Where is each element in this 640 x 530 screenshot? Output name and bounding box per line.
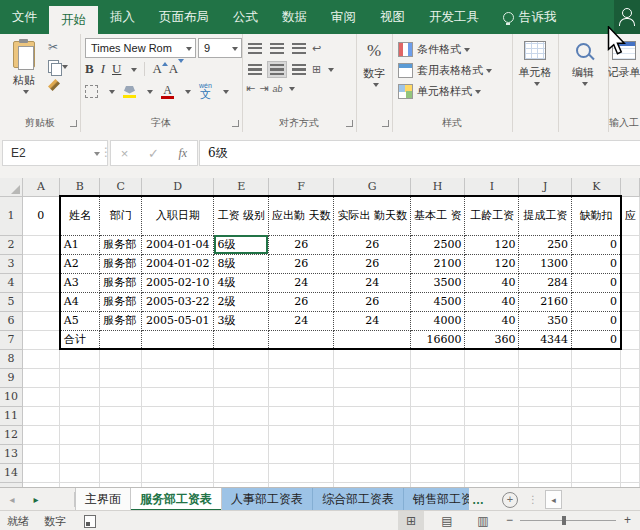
insert-function-icon[interactable]: fx — [179, 146, 188, 161]
cell-C8[interactable] — [100, 349, 142, 368]
cell-K6[interactable]: 0 — [572, 311, 621, 330]
cell-D4[interactable]: 2005-02-10 — [142, 273, 214, 292]
cell-K3[interactable]: 0 — [572, 254, 621, 273]
cell-L5[interactable] — [621, 292, 640, 311]
cell-F3[interactable]: 26 — [268, 254, 334, 273]
cell-F4[interactable]: 24 — [268, 273, 334, 292]
column-header-J[interactable]: J — [519, 178, 572, 196]
ribbon-tab-10[interactable]: 告诉我 — [491, 0, 569, 34]
cell-H9[interactable] — [410, 368, 465, 387]
cell-D2[interactable]: 2004-01-04 — [142, 235, 214, 254]
cell-E6[interactable]: 3级 — [214, 311, 269, 330]
view-normal-button[interactable]: ⊞ — [398, 511, 424, 530]
sheet-tab-4[interactable]: 综合部工资表 — [313, 488, 404, 511]
cell-E1[interactable]: 工资 级别 — [214, 196, 269, 235]
row-header-3[interactable]: 3 — [0, 254, 22, 273]
cell-E5[interactable]: 2级 — [214, 292, 269, 311]
cell-K2[interactable]: 0 — [572, 235, 621, 254]
cell-I12[interactable] — [465, 425, 519, 444]
cell-L4[interactable] — [621, 273, 640, 292]
cell-L2[interactable] — [621, 235, 640, 254]
cell-A2[interactable] — [22, 235, 59, 254]
cell-K13[interactable] — [572, 444, 621, 463]
cell-K7[interactable]: 0 — [572, 330, 621, 349]
cell-H1[interactable]: 基本工 资 — [410, 196, 465, 235]
align-left-button[interactable] — [246, 62, 264, 77]
row-header-10[interactable]: 10 — [0, 387, 22, 406]
font-size-combo[interactable]: 9 — [198, 38, 242, 58]
cell-H3[interactable]: 2100 — [410, 254, 465, 273]
cell-B3[interactable]: A2 — [60, 254, 100, 273]
cell-E10[interactable] — [214, 387, 269, 406]
cell-D8[interactable] — [142, 349, 214, 368]
cell-D5[interactable]: 2005-03-22 — [142, 292, 214, 311]
cell-J13[interactable] — [519, 444, 572, 463]
cell-G8[interactable] — [334, 349, 411, 368]
borders-button[interactable] — [85, 85, 98, 98]
cell-D9[interactable] — [142, 368, 214, 387]
record-form-button[interactable]: 记录单 — [608, 34, 640, 80]
cell-J12[interactable] — [519, 425, 572, 444]
cell-C4[interactable]: 服务部 — [100, 273, 142, 292]
sheet-tab-1[interactable]: 主界面 — [75, 488, 131, 511]
cell-J7[interactable]: 4344 — [519, 330, 572, 349]
paste-button[interactable]: 粘贴 — [4, 34, 44, 95]
row-header-8[interactable]: 8 — [0, 349, 22, 368]
cell-C1[interactable]: 部门 — [100, 196, 142, 235]
cell-A9[interactable] — [22, 368, 59, 387]
cell-B14[interactable] — [60, 463, 100, 482]
view-page-layout-button[interactable]: ▤ — [434, 511, 460, 530]
align-middle-button[interactable] — [268, 41, 286, 56]
cell-F11[interactable] — [268, 406, 334, 425]
cell-C12[interactable] — [100, 425, 142, 444]
cell-B4[interactable]: A3 — [60, 273, 100, 292]
cell-I9[interactable] — [465, 368, 519, 387]
fill-color-button[interactable] — [123, 86, 136, 98]
cell-G10[interactable] — [334, 387, 411, 406]
cell-I10[interactable] — [465, 387, 519, 406]
new-sheet-button[interactable]: + — [502, 492, 518, 508]
select-all-corner[interactable] — [0, 178, 22, 196]
column-header-B[interactable]: B — [60, 178, 100, 196]
cell-B2[interactable]: A1 — [60, 235, 100, 254]
dialog-launcher-icon[interactable] — [382, 120, 389, 127]
cell-H7[interactable]: 16600 — [410, 330, 465, 349]
cut-button[interactable]: ✂ — [48, 40, 68, 54]
bold-button[interactable]: B — [85, 61, 94, 77]
cell-K9[interactable] — [572, 368, 621, 387]
cell-L8[interactable] — [621, 349, 640, 368]
sheet-tab-3[interactable]: 人事部工资表 — [222, 488, 313, 511]
cell-B9[interactable] — [60, 368, 100, 387]
cell-D10[interactable] — [142, 387, 214, 406]
cell-C14[interactable] — [100, 463, 142, 482]
cell-D12[interactable] — [142, 425, 214, 444]
align-bottom-button[interactable] — [290, 41, 308, 56]
cell-F13[interactable] — [268, 444, 334, 463]
font-color-button[interactable]: A — [161, 85, 174, 99]
cell-J14[interactable] — [519, 463, 572, 482]
cell-B1[interactable]: 姓名 — [60, 196, 100, 235]
cell-K12[interactable] — [572, 425, 621, 444]
cell-D1[interactable]: 入职日期 — [142, 196, 214, 235]
sheet-scroll-prev-button[interactable]: ◂ — [0, 488, 24, 511]
cell-E7[interactable] — [214, 330, 269, 349]
view-page-break-button[interactable]: ▥ — [470, 511, 496, 530]
cell-L11[interactable] — [621, 406, 640, 425]
align-center-button[interactable] — [268, 62, 286, 77]
cell-F2[interactable]: 26 — [268, 235, 334, 254]
cell-C6[interactable]: 服务部 — [100, 311, 142, 330]
row-header-14[interactable]: 14 — [0, 463, 22, 482]
cell-K4[interactable]: 0 — [572, 273, 621, 292]
cell-A1[interactable]: 0 — [22, 196, 59, 235]
cell-F9[interactable] — [268, 368, 334, 387]
cell-I1[interactable]: 工龄工资 — [465, 196, 519, 235]
cell-E14[interactable] — [214, 463, 269, 482]
cell-I13[interactable] — [465, 444, 519, 463]
cell-G1[interactable]: 实际出 勤天数 — [334, 196, 411, 235]
column-header-A[interactable]: A — [22, 178, 59, 196]
cell-H2[interactable]: 2500 — [410, 235, 465, 254]
column-header-D[interactable]: D — [142, 178, 214, 196]
cell-L10[interactable] — [621, 387, 640, 406]
ribbon-tab-9[interactable]: 开发工具 — [417, 0, 491, 34]
cell-B6[interactable]: A5 — [60, 311, 100, 330]
